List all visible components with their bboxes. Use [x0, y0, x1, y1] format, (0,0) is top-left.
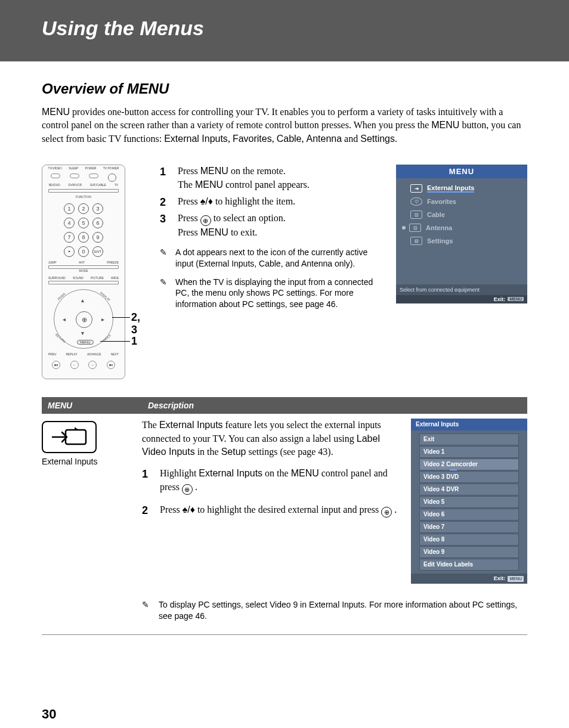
callout-menu: 1 — [131, 335, 137, 348]
tv-icon: ⊡ — [409, 224, 421, 232]
osd-item-antenna: ⊡Antenna — [401, 221, 522, 234]
osd-item-favorites: ♡Favorites — [401, 195, 522, 208]
table-row-external-inputs: External Inputs The External Inputs feat… — [42, 419, 527, 584]
osd2-row: Video 7 — [419, 521, 519, 533]
ext-step-2: Press ♠/♦ to highlight the desired exter… — [142, 503, 401, 518]
osd-menu-screenshot: MENU ⇥External Inputs ♡Favorites ⊡Cable … — [396, 165, 527, 303]
step-1: Press MENU on the remote. The MENU contr… — [160, 165, 379, 191]
callout-dpad: 2, 3 — [131, 311, 143, 336]
column-header-menu: MENU — [42, 397, 142, 414]
external-inputs-label: External Inputs — [42, 457, 142, 466]
osd-external-inputs-screenshot: External Inputs Exit Video 1 Video 2 Cam… — [411, 419, 527, 584]
osd-menu-column: MENU ⇥External Inputs ♡Favorites ⊡Cable … — [396, 165, 527, 303]
svg-rect-0 — [66, 430, 86, 444]
ext-step-1: Highlight External Inputs on the MENU co… — [142, 467, 401, 494]
menu-keyword: MENU — [431, 120, 459, 130]
page-number: 30 — [42, 707, 569, 722]
note-1: ✎ A dot appears next to the icon of the … — [160, 247, 379, 269]
pencil-note-icon: ✎ — [142, 599, 153, 622]
osd2-title: External Inputs — [411, 419, 527, 430]
pc-settings-note: ✎ To display PC settings, select Video 9… — [142, 597, 527, 622]
osd2-row: Video 5 — [419, 496, 519, 508]
divider — [42, 634, 527, 635]
table-header: MENU Description — [42, 397, 527, 414]
osd2-row-selected: Video 2 Camcorder — [419, 459, 519, 470]
active-dot-icon — [402, 226, 406, 230]
osd2-row: Video 8 — [419, 534, 519, 546]
enter-icon: ⊕ — [182, 484, 193, 495]
osd-item-cable: ⊡Cable — [401, 208, 522, 221]
osd2-row: Video 1 — [419, 446, 519, 458]
intro-paragraph: MENU provides one-button access for cont… — [42, 106, 527, 145]
external-inputs-description: The External Inputs feature lets you sel… — [142, 419, 401, 459]
enter-icon: ⊕ — [200, 215, 211, 226]
menu-keyword: MENU — [42, 107, 70, 117]
step-2: Press ♠/♦ to highlight the item. — [160, 195, 379, 208]
osd2-row: Video 3 DVD — [419, 471, 519, 483]
input-arrow-icon — [51, 426, 87, 448]
chapter-banner: Using the Menus — [0, 0, 569, 61]
input-icon: ⇥ — [410, 184, 422, 193]
pencil-note-icon: ✎ — [160, 247, 171, 269]
osd-item-settings: ⊟Settings — [401, 234, 522, 247]
menu-button: MENU — [77, 340, 94, 345]
section-title: Overview of MENU — [42, 80, 527, 97]
osd-exit-bar: Exit:MENU — [396, 295, 527, 303]
osd2-row: Edit Video Labels — [419, 559, 519, 571]
external-inputs-icon — [42, 421, 97, 453]
step-3: Press ⊕ to select an option. Press MENU … — [160, 212, 379, 239]
remote-illustration-column: TV/VIDEOSLEEPPOWERTV POWER BD/DVDDVR/VCR… — [42, 165, 143, 379]
steps-column: Press MENU on the remote. The MENU contr… — [160, 165, 379, 310]
osd-item-external-inputs: ⇥External Inputs — [401, 182, 522, 195]
remote-control-illustration: TV/VIDEOSLEEPPOWERTV POWER BD/DVDDVR/VCR… — [42, 165, 125, 379]
osd-hint: Select from connected equipment — [396, 284, 527, 295]
pencil-note-icon: ✎ — [160, 277, 171, 311]
heart-icon: ♡ — [410, 197, 422, 206]
chapter-title: Using the Menus — [18, 17, 569, 40]
dpad-wheel: GUIDE DISPLAY RETURN TOOLS ▴ ▾ ◂ ▸ ⊕ MEN… — [54, 289, 113, 349]
osd2-exit-bar: Exit:MENU — [411, 574, 527, 584]
osd-title: MENU — [396, 165, 527, 178]
enter-button-icon: ⊕ — [76, 311, 92, 328]
enter-icon: ⊕ — [381, 507, 392, 518]
osd2-row: Exit — [419, 433, 519, 445]
note-2: ✎ When the TV is displaying the input fr… — [160, 277, 379, 311]
osd2-row: Video 6 — [419, 509, 519, 521]
osd2-row: Video 4 DVR — [419, 484, 519, 495]
osd2-row: Video 9 — [419, 546, 519, 558]
tv-icon: ⊡ — [410, 210, 422, 219]
column-header-description: Description — [142, 397, 527, 414]
toolbox-icon: ⊟ — [410, 237, 422, 245]
